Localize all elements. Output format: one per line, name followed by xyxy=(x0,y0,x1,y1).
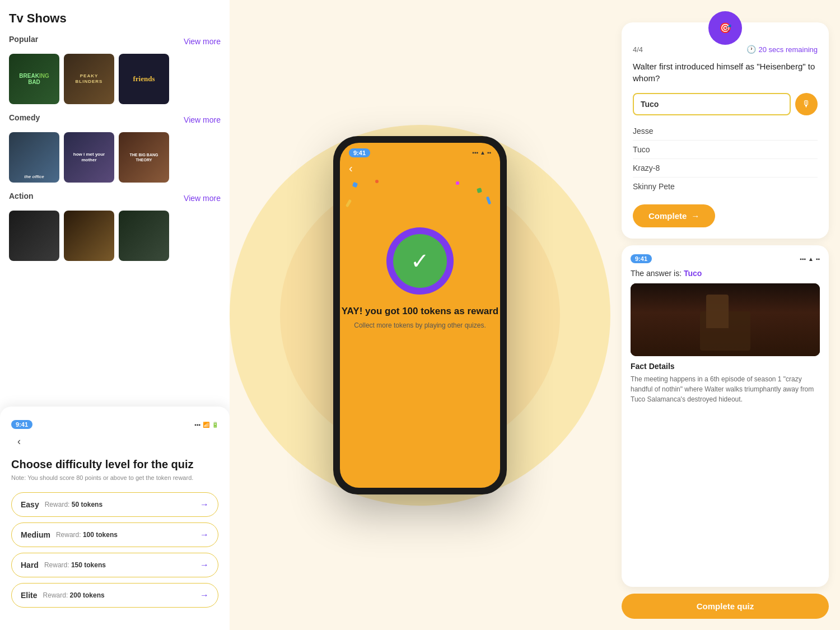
phone-wave-area xyxy=(342,177,498,222)
tv-shows-heading: Tv Shows xyxy=(9,11,221,26)
answer-scene-image xyxy=(631,283,820,356)
answer-option-tuco[interactable]: Tuco xyxy=(633,141,818,159)
confetti-2 xyxy=(375,180,379,183)
action-view-more[interactable]: View more xyxy=(184,194,221,203)
phone-wifi-icon: ▲ xyxy=(480,150,486,156)
answer-reveal-text: The answer is: Tuco xyxy=(631,269,820,278)
reward-title: YAY! you got 100 tokens as reward xyxy=(342,306,498,317)
action-label: Action xyxy=(9,192,34,200)
difficulty-hard-arrow: → xyxy=(200,560,209,570)
answer-highlight: Tuco xyxy=(684,269,702,278)
difficulty-medium-button[interactable]: Medium Reward: 100 tokens → xyxy=(11,522,218,547)
center-area: 9:41 ▪▪▪ ▲ ▪▪ ‹ ✓ xyxy=(230,0,610,630)
right-panel: 🎯 4/4 🕐 20 secs remaining Walter first i… xyxy=(610,0,840,630)
confetti-4 xyxy=(456,181,459,185)
show-card-loki[interactable] xyxy=(64,211,114,261)
confetti-3 xyxy=(477,188,482,193)
show-card-himym[interactable]: how i met yourmother xyxy=(64,132,114,183)
phone-back-button[interactable]: ‹ xyxy=(340,160,362,177)
ans-wifi-icon: ▲ xyxy=(808,256,814,262)
signal-icon: ▪▪▪ xyxy=(194,422,200,428)
phone-status-time: 9:41 xyxy=(349,148,370,157)
center-phone: 9:41 ▪▪▪ ▲ ▪▪ ‹ ✓ xyxy=(333,136,507,494)
mic-icon: 🎙 xyxy=(802,99,811,109)
action-section-header: Action View more xyxy=(9,192,221,205)
wifi-icon: 📶 xyxy=(203,422,209,428)
popular-section-header: Popular View more xyxy=(9,35,221,48)
confetti-1 xyxy=(352,181,358,187)
confetti-6 xyxy=(486,196,491,204)
quiz-status-icons: ▪▪▪ 📶 🔋 xyxy=(194,422,218,428)
show-card-peaky-blinders[interactable]: PEAKYBLINDERS xyxy=(64,54,114,104)
comedy-shows-grid: the office how i met yourmother THE BIG … xyxy=(9,132,221,183)
popular-label: Popular xyxy=(9,35,38,44)
difficulty-hard-label: Hard xyxy=(21,561,39,570)
phone-battery-icon: ▪▪ xyxy=(487,150,491,156)
quiz-fraction: 4/4 xyxy=(633,45,643,54)
quiz-progress-row: 4/4 🕐 20 secs remaining xyxy=(633,45,818,54)
quiz-back-button[interactable]: ‹ xyxy=(11,433,27,449)
comedy-view-more[interactable]: View more xyxy=(184,115,221,124)
phone-screen: 9:41 ▪▪▪ ▲ ▪▪ ‹ ✓ xyxy=(340,143,500,488)
answer-status-bar: 9:41 ▪▪▪ ▲ ▪▪ xyxy=(631,254,820,263)
show-card-got[interactable] xyxy=(119,211,169,261)
success-check-inner: ✓ xyxy=(393,234,447,288)
quiz-status-bar: 9:41 ▪▪▪ 📶 🔋 xyxy=(11,418,218,433)
answer-options-list: Jesse Tuco Krazy-8 Skinny Pete xyxy=(633,122,818,195)
deco-icon: 🎯 xyxy=(719,22,731,34)
difficulty-hard-button[interactable]: Hard Reward: 150 tokens → xyxy=(11,553,218,577)
scene-background xyxy=(631,283,820,356)
quiz-difficulty-note: Note: You should score 80 points or abov… xyxy=(11,474,218,481)
timer-label: 20 secs remaining xyxy=(759,45,818,54)
reward-subtitle: Collect more tokens by playing other qui… xyxy=(354,321,486,329)
ans-battery-icon: ▪▪ xyxy=(816,256,820,262)
check-icon: ✓ xyxy=(410,248,430,274)
show-card-breaking-bad[interactable]: BREAKINGBAD xyxy=(9,54,59,104)
phone-signal-icon: ▪▪▪ xyxy=(472,150,478,156)
left-panel: Tv Shows Popular View more BREAKINGBAD P… xyxy=(0,0,230,630)
difficulty-elite-label: Elite xyxy=(21,591,38,600)
purple-deco-circle: 🎯 xyxy=(708,11,742,45)
complete-label: Complete xyxy=(648,211,687,221)
complete-quiz-button[interactable]: Complete quiz xyxy=(622,594,829,619)
show-card-friends[interactable]: friends xyxy=(119,54,169,104)
popular-view-more[interactable]: View more xyxy=(184,37,221,46)
quiz-question-card: 🎯 4/4 🕐 20 secs remaining Walter first i… xyxy=(622,22,829,239)
show-card-bigbang[interactable]: THE BIG BANGTHEORY xyxy=(119,132,169,183)
difficulty-elite-reward: Reward: 200 tokens xyxy=(43,591,105,599)
difficulty-easy-arrow: → xyxy=(200,500,209,510)
answer-input[interactable] xyxy=(633,93,791,115)
difficulty-medium-arrow: → xyxy=(200,530,209,540)
answer-input-row: 🎙 xyxy=(633,93,818,115)
answer-option-krazy8[interactable]: Krazy-8 xyxy=(633,159,818,178)
fact-details-title: Fact Details xyxy=(631,362,820,371)
difficulty-easy-button[interactable]: Easy Reward: 50 tokens → xyxy=(11,492,218,517)
action-shows-grid xyxy=(9,211,221,261)
quiz-difficulty-title: Choose difficulty level for the quiz xyxy=(11,458,218,471)
answer-status-time: 9:41 xyxy=(631,254,652,263)
complete-arrow: → xyxy=(691,211,699,221)
show-card-office[interactable]: the office xyxy=(9,132,59,183)
answer-reveal-card: 9:41 ▪▪▪ ▲ ▪▪ The answer is: Tuco Fact D… xyxy=(622,245,829,587)
answer-option-skinny[interactable]: Skinny Pete xyxy=(633,178,818,195)
scene-figure xyxy=(706,295,729,328)
mic-button[interactable]: 🎙 xyxy=(795,93,818,115)
quiz-difficulty-panel: 9:41 ▪▪▪ 📶 🔋 ‹ Choose difficulty level f… xyxy=(0,407,230,630)
fact-details-text: The meeting happens in a 6th episode of … xyxy=(631,374,820,404)
popular-shows-grid: BREAKINGBAD PEAKYBLINDERS friends xyxy=(9,54,221,104)
success-check-ring: ✓ xyxy=(386,227,454,295)
office-label: the office xyxy=(24,174,44,179)
difficulty-hard-reward: Reward: 150 tokens xyxy=(44,561,106,569)
difficulty-elite-button[interactable]: Elite Reward: 200 tokens → xyxy=(11,583,218,608)
answer-option-jesse[interactable]: Jesse xyxy=(633,122,818,141)
difficulty-elite-arrow: → xyxy=(200,590,209,600)
show-card-vikings[interactable] xyxy=(9,211,59,261)
comedy-label: Comedy xyxy=(9,113,40,122)
ans-signal-icon: ▪▪▪ xyxy=(800,256,806,262)
quiz-timer: 🕐 20 secs remaining xyxy=(746,45,818,54)
timer-icon: 🕐 xyxy=(746,45,756,54)
confetti-5 xyxy=(346,199,352,207)
answer-status-icons: ▪▪▪ ▲ ▪▪ xyxy=(800,256,820,262)
complete-button[interactable]: Complete → xyxy=(633,204,715,227)
phone-status-bar: 9:41 ▪▪▪ ▲ ▪▪ xyxy=(340,143,500,160)
